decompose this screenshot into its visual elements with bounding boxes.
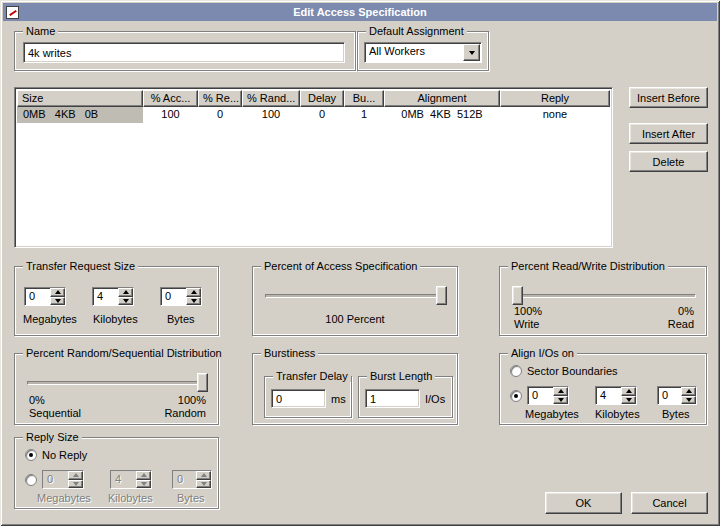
transfer-request-size-group: Transfer Request Size 0 4 0 Megabytes Ki… [14, 266, 219, 336]
spinner-down-icon [68, 480, 83, 489]
read-write-slider-track[interactable] [512, 294, 696, 298]
no-reply-radio[interactable] [25, 449, 37, 461]
trs-bytes-label: Bytes [167, 313, 195, 325]
reply-size-label: Reply Size [23, 431, 82, 443]
window-title: Edit Access Specification [3, 6, 717, 18]
access-spec-slider-track[interactable] [265, 294, 447, 298]
burst-length-unit: I/Os [425, 393, 445, 405]
cell-access[interactable]: 100 [143, 107, 198, 123]
reply-bytes-value: 0 [173, 471, 196, 488]
align-bytes-value[interactable]: 0 [658, 387, 681, 404]
col-header-burst[interactable]: Bu... [344, 90, 384, 107]
spinner-up-icon[interactable] [186, 288, 201, 297]
burstiness-label: Burstiness [261, 347, 318, 359]
insert-after-label: Insert After [642, 128, 695, 140]
name-input[interactable] [23, 42, 345, 63]
combo-dropdown-button[interactable] [463, 44, 480, 61]
spinner-down-icon[interactable] [118, 297, 133, 306]
col-header-read[interactable]: % Re... [198, 90, 242, 107]
random-seq-dist-label: Percent Random/Sequential Distribution [23, 347, 225, 359]
random-seq-slider-track[interactable] [27, 381, 208, 385]
trs-megabytes-value[interactable]: 0 [25, 288, 50, 305]
col-header-access[interactable]: % Acc... [143, 90, 198, 107]
align-kilobytes-spinner[interactable]: 4 [595, 386, 637, 405]
ok-label: OK [576, 497, 592, 509]
col-header-random[interactable]: % Rand... [242, 90, 300, 107]
reply-megabytes-label: Megabytes [37, 492, 91, 504]
col-header-alignment[interactable]: Alignment [384, 90, 500, 107]
cell-alignment[interactable]: 0MB 4KB 512B [384, 107, 500, 123]
burst-length-input[interactable] [365, 389, 420, 408]
transfer-delay-input[interactable] [271, 389, 326, 408]
spinner-up-icon[interactable] [50, 288, 65, 297]
align-megabytes-value[interactable]: 0 [528, 387, 553, 404]
spinner-up-icon [68, 471, 83, 480]
cell-read[interactable]: 0 [198, 107, 242, 123]
cell-burst[interactable]: 1 [344, 107, 384, 123]
align-bytes-spinner[interactable]: 0 [657, 386, 697, 405]
reply-megabytes-value: 0 [43, 471, 68, 488]
spinner-down-icon [196, 480, 211, 489]
cell-size[interactable]: 0MB 4KB 0B [17, 107, 143, 123]
read-write-dist-label: Percent Read/Write Distribution [508, 260, 668, 272]
spinner-down-icon[interactable] [553, 396, 568, 405]
burst-length-label: Burst Length [367, 370, 435, 382]
col-header-reply[interactable]: Reply [500, 90, 610, 107]
trs-megabytes-spinner[interactable]: 0 [24, 287, 66, 306]
sector-boundaries-radio[interactable] [510, 365, 522, 377]
read-write-dist-group: Percent Read/Write Distribution 100%Writ… [499, 266, 707, 336]
trs-bytes-spinner[interactable]: 0 [160, 287, 202, 306]
cell-delay[interactable]: 0 [300, 107, 344, 123]
spinner-up-icon[interactable] [621, 387, 636, 396]
burst-length-group: Burst Length I/Os [358, 376, 453, 418]
trs-kilobytes-value[interactable]: 4 [93, 288, 118, 305]
spinner-up-icon[interactable] [553, 387, 568, 396]
insert-after-button[interactable]: Insert After [629, 123, 708, 144]
cell-random[interactable]: 100 [242, 107, 300, 123]
percent-access-spec-label: Percent of Access Specification [261, 260, 420, 272]
align-megabytes-spinner[interactable]: 0 [527, 386, 569, 405]
spinner-down-icon[interactable] [681, 396, 696, 405]
spinner-up-icon[interactable] [118, 288, 133, 297]
align-kilobytes-value[interactable]: 4 [596, 387, 621, 404]
transfer-delay-group: Transfer Delay ms [264, 376, 352, 418]
read-write-slider-thumb[interactable] [512, 286, 523, 305]
align-size-radio[interactable] [510, 390, 522, 402]
insert-before-label: Insert Before [637, 92, 700, 104]
spinner-down-icon[interactable] [50, 297, 65, 306]
delete-label: Delete [653, 156, 685, 168]
edit-access-specification-dialog: Edit Access Specification Name Default A… [0, 0, 720, 526]
cell-reply[interactable]: none [500, 107, 610, 123]
default-assignment-value: All Workers [369, 45, 461, 57]
delete-button[interactable]: Delete [629, 151, 708, 172]
table-row[interactable]: 0MB 4KB 0B 100 0 100 0 1 0MB 4KB 512B no… [17, 107, 610, 123]
access-spec-slider-thumb[interactable] [436, 286, 447, 305]
list-header-row: Size % Acc... % Re... % Rand... Delay Bu… [17, 90, 610, 107]
trs-bytes-value[interactable]: 0 [161, 288, 186, 305]
access-spec-list[interactable]: Size % Acc... % Re... % Rand... Delay Bu… [14, 87, 613, 248]
random-seq-slider-thumb[interactable] [197, 373, 208, 392]
percent-access-spec-group: Percent of Access Specification 100 Perc… [252, 266, 458, 336]
reply-size-radio[interactable] [25, 474, 37, 486]
col-header-size[interactable]: Size [17, 90, 143, 107]
spinner-up-icon[interactable] [681, 387, 696, 396]
burstiness-group: Burstiness Transfer Delay ms Burst Lengt… [252, 353, 458, 425]
trs-kilobytes-label: Kilobytes [93, 313, 138, 325]
col-header-delay[interactable]: Delay [300, 90, 344, 107]
insert-before-button[interactable]: Insert Before [629, 87, 708, 108]
access-spec-value: 100 Percent [253, 313, 457, 325]
spinner-down-icon[interactable] [621, 396, 636, 405]
trs-kilobytes-spinner[interactable]: 4 [92, 287, 134, 306]
read-percent-label: 0%Read [668, 305, 694, 331]
default-assignment-select[interactable]: All Workers [364, 42, 482, 63]
cancel-button[interactable]: Cancel [631, 492, 708, 514]
random-seq-dist-group: Percent Random/Sequential Distribution 0… [14, 353, 219, 425]
ok-button[interactable]: OK [545, 492, 622, 514]
title-bar[interactable]: Edit Access Specification [3, 3, 717, 21]
spinner-down-icon[interactable] [186, 297, 201, 306]
align-ios-label: Align I/Os on [508, 347, 577, 359]
align-ios-group: Align I/Os on Sector Boundaries 0 4 0 Me… [499, 353, 707, 425]
reply-bytes-label: Bytes [177, 492, 205, 504]
spinner-down-icon [136, 480, 151, 489]
write-percent-label: 100%Write [514, 305, 542, 331]
